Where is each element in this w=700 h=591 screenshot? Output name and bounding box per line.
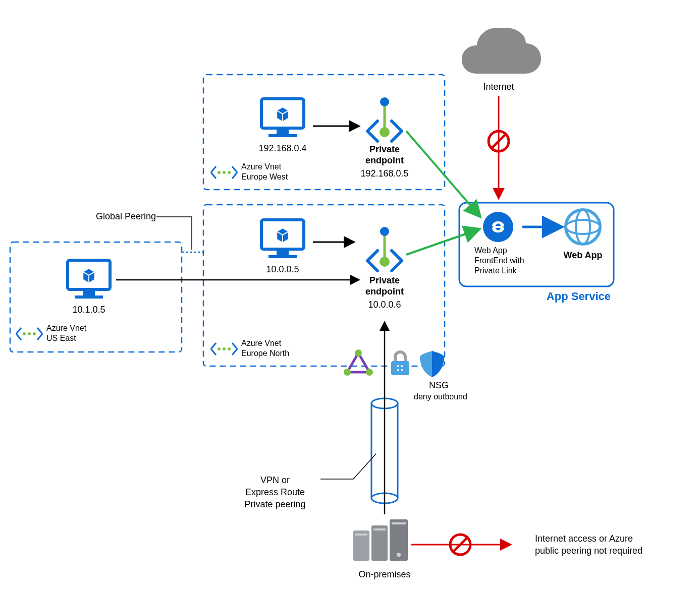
eu-north-pe-to-frontend bbox=[406, 229, 478, 255]
vnet-icon bbox=[211, 343, 237, 355]
onprem-label: On-premises bbox=[358, 569, 410, 579]
svg-rect-10 bbox=[277, 129, 289, 134]
svg-point-8 bbox=[228, 171, 231, 174]
svg-point-24 bbox=[23, 332, 26, 335]
privatelink-frontend-icon bbox=[483, 212, 513, 242]
monitor-icon bbox=[261, 99, 304, 137]
eu-west-pe-ip: 192.168.0.5 bbox=[360, 168, 408, 179]
shield-icon bbox=[420, 351, 444, 377]
internet-label: Internet bbox=[483, 82, 514, 92]
eu-north-vm-ip: 10.0.0.5 bbox=[266, 264, 299, 274]
svg-point-45 bbox=[397, 553, 401, 557]
global-peering-label: Global Peering bbox=[96, 211, 156, 221]
svg-rect-28 bbox=[83, 290, 95, 296]
private-endpoint-icon bbox=[367, 227, 402, 271]
svg-point-13 bbox=[380, 97, 389, 106]
eu-west-title-2: Europe West bbox=[241, 172, 288, 181]
us-east-title-1: Azure Vnet bbox=[46, 324, 87, 332]
vnet-eu-north-box bbox=[203, 205, 445, 366]
svg-point-4 bbox=[566, 220, 600, 234]
svg-point-5 bbox=[576, 210, 590, 244]
svg-rect-11 bbox=[268, 134, 297, 137]
us-east-vm-ip: 10.1.0.5 bbox=[72, 305, 105, 315]
svg-point-7 bbox=[223, 171, 226, 174]
svg-rect-34 bbox=[391, 361, 409, 375]
webapp-icon bbox=[566, 210, 600, 244]
svg-point-26 bbox=[33, 332, 36, 335]
svg-point-32 bbox=[366, 369, 373, 376]
eu-west-title-1: Azure Vnet bbox=[241, 162, 282, 171]
eu-north-pe-t1: Private bbox=[369, 275, 400, 285]
svg-rect-44 bbox=[392, 522, 406, 524]
eu-north-pe-t2: endpoint bbox=[365, 286, 404, 297]
nsg-label: NSG bbox=[429, 380, 449, 390]
webapp-label: Web App bbox=[564, 250, 603, 260]
svg-point-31 bbox=[355, 349, 362, 357]
svg-point-33 bbox=[344, 369, 351, 376]
eu-west-pe-to-frontend bbox=[406, 131, 479, 216]
vnet-icon bbox=[211, 166, 237, 179]
private-endpoint-icon bbox=[367, 97, 402, 141]
architecture-diagram: Internet App Service Web App FrontEnd wi… bbox=[0, 0, 700, 591]
onprem-note-2: public peering not required bbox=[535, 546, 642, 556]
eu-north-title-1: Azure Vnet bbox=[241, 339, 282, 347]
global-peering-leader bbox=[156, 217, 192, 250]
app-service-label: App Service bbox=[547, 290, 611, 303]
vpn-l2: Express Route bbox=[245, 487, 305, 497]
frontend-label-3: Private Link bbox=[474, 266, 517, 275]
servers-icon bbox=[353, 519, 408, 561]
frontend-label-2: FrontEnd with bbox=[474, 256, 524, 265]
svg-point-6 bbox=[218, 171, 221, 174]
svg-rect-19 bbox=[277, 250, 289, 255]
vpn-l3: Private peering bbox=[244, 499, 305, 509]
eu-north-title-2: Europe North bbox=[241, 349, 289, 358]
svg-point-22 bbox=[380, 227, 389, 236]
svg-rect-20 bbox=[268, 255, 297, 258]
svg-point-23 bbox=[380, 257, 390, 267]
svg-point-15 bbox=[218, 347, 221, 350]
onprem-note-1: Internet access or Azure bbox=[535, 534, 633, 544]
eu-west-vm-ip: 192.168.0.4 bbox=[258, 143, 306, 153]
vpn-l1: VPN or bbox=[260, 475, 290, 485]
cloud-icon bbox=[462, 28, 541, 74]
svg-point-25 bbox=[28, 332, 31, 335]
vnet-icon bbox=[16, 328, 42, 340]
svg-rect-29 bbox=[75, 296, 103, 299]
us-east-title-2: US East bbox=[46, 334, 76, 342]
svg-point-14 bbox=[380, 127, 390, 137]
svg-point-16 bbox=[223, 347, 226, 350]
svg-point-3 bbox=[566, 210, 600, 244]
monitor-icon bbox=[261, 220, 304, 258]
load-balancer-icon bbox=[344, 349, 373, 376]
svg-rect-42 bbox=[355, 534, 367, 536]
eu-west-pe-t2: endpoint bbox=[365, 155, 404, 165]
svg-point-17 bbox=[228, 347, 231, 350]
frontend-label-1: Web App bbox=[474, 246, 507, 255]
svg-rect-40 bbox=[371, 525, 388, 561]
svg-rect-43 bbox=[373, 528, 386, 530]
nsg-sublabel: deny outbound bbox=[414, 392, 467, 401]
lock-icon bbox=[391, 352, 409, 375]
vpn-leader bbox=[320, 454, 376, 479]
eu-west-pe-t1: Private bbox=[369, 144, 400, 154]
eu-north-pe-ip: 10.0.0.6 bbox=[368, 300, 401, 310]
monitor-icon bbox=[68, 260, 110, 299]
